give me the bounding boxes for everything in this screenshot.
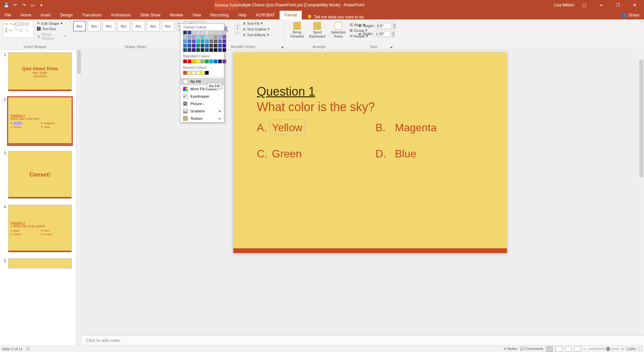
tab-animations[interactable]: Animations — [106, 11, 135, 19]
color-swatch[interactable] — [187, 35, 191, 39]
color-swatch[interactable] — [187, 59, 191, 63]
color-swatch[interactable] — [205, 44, 209, 48]
width-spinner[interactable]: ▲▼ — [392, 31, 395, 37]
color-swatch[interactable] — [205, 71, 209, 75]
text-outline-button[interactable]: AText Outline▾ — [242, 27, 271, 32]
tab-transitions[interactable]: Transitions — [77, 11, 106, 19]
gradient-fill-item[interactable]: Gradient▶ — [180, 107, 224, 115]
color-swatch[interactable] — [200, 44, 204, 48]
option-a-text[interactable]: Yellow — [272, 121, 302, 134]
color-swatch[interactable] — [205, 59, 209, 63]
color-swatch[interactable] — [196, 71, 200, 75]
tab-design[interactable]: Design — [55, 11, 77, 19]
minimize-button[interactable]: ━ — [594, 0, 608, 10]
tab-view[interactable]: View — [188, 11, 206, 19]
color-swatch[interactable] — [218, 35, 222, 39]
notes-pane[interactable]: Click to add notes — [82, 335, 644, 345]
shape-style-2[interactable]: Abc — [88, 21, 101, 32]
color-swatch[interactable] — [192, 44, 196, 48]
maximize-button[interactable]: ❐ — [611, 0, 625, 10]
color-swatch[interactable] — [222, 59, 226, 63]
color-swatch[interactable] — [187, 44, 191, 48]
option-a-letter[interactable]: A. — [257, 121, 267, 134]
selection-pane-button[interactable]: Selection Pane — [328, 21, 349, 40]
picture-fill-item[interactable]: 🖼Picture... — [180, 100, 224, 107]
color-swatch[interactable] — [209, 35, 213, 39]
color-swatch[interactable] — [200, 35, 204, 39]
send-backward-button[interactable]: Send Backward — [306, 21, 328, 40]
color-swatch[interactable] — [196, 39, 200, 43]
thumbnail-slide-2[interactable]: Question 1 What color is the sky? A. B. … — [8, 97, 72, 145]
tab-file[interactable]: File — [0, 11, 16, 19]
slide-sorter-view-button[interactable] — [555, 346, 562, 352]
color-swatch[interactable] — [222, 39, 226, 43]
color-swatch[interactable] — [200, 31, 204, 35]
close-button[interactable]: ✕ — [628, 0, 641, 10]
share-button[interactable]: 👥 Share — [617, 11, 644, 19]
option-b-text[interactable]: Magenta — [395, 121, 437, 134]
tab-home[interactable]: Home — [16, 11, 36, 19]
thumbnail-slide-1[interactable]: Quiz About Trivia Mrs. Smith 1/31/2019 — [8, 52, 72, 91]
tab-insert[interactable]: Insert — [36, 11, 55, 19]
color-swatch[interactable] — [218, 59, 222, 63]
tab-recording[interactable]: Recording — [206, 11, 234, 19]
shape-style-gallery[interactable]: Abc Abc Abc Abc Abc Abc Abc ▲▼▾ — [73, 21, 182, 32]
color-swatch[interactable] — [192, 31, 196, 35]
zoom-out-button[interactable]: − — [584, 347, 586, 351]
color-swatch[interactable] — [192, 71, 196, 75]
slide-question-number[interactable]: Question 1 — [257, 85, 315, 99]
color-swatch[interactable] — [209, 39, 213, 43]
size-launcher[interactable]: ◢ — [389, 45, 393, 49]
color-swatch[interactable] — [183, 48, 187, 52]
color-swatch[interactable] — [200, 39, 204, 43]
color-swatch[interactable] — [209, 48, 213, 52]
accessibility-icon[interactable]: ☷ — [26, 347, 30, 351]
color-swatch[interactable] — [192, 48, 196, 52]
slide-editor[interactable]: Question 1 What color is the sky? A. Yel… — [82, 50, 644, 345]
wordart-launcher[interactable]: ◢ — [280, 45, 284, 49]
color-swatch[interactable] — [187, 31, 191, 35]
option-b-letter[interactable]: B. — [375, 121, 386, 134]
color-swatch[interactable] — [214, 44, 218, 48]
color-swatch[interactable] — [196, 44, 200, 48]
tab-acrobat[interactable]: ACROBAT — [251, 11, 280, 19]
thumbnail-slide-5[interactable] — [8, 258, 72, 268]
zoom-in-button[interactable]: + — [621, 347, 623, 351]
color-swatch[interactable] — [218, 44, 222, 48]
thumbnail-scrollbar[interactable] — [76, 50, 81, 345]
color-swatch[interactable] — [218, 48, 222, 52]
option-d-text[interactable]: Blue — [395, 148, 416, 160]
color-swatch[interactable] — [205, 31, 209, 35]
color-swatch[interactable] — [183, 39, 187, 43]
color-swatch[interactable] — [183, 71, 187, 75]
color-swatch[interactable] — [200, 48, 204, 52]
tab-slideshow[interactable]: Slide Show — [135, 11, 165, 19]
shape-style-7[interactable]: Abc — [162, 21, 174, 32]
color-swatch[interactable] — [222, 35, 226, 39]
color-swatch[interactable] — [187, 48, 191, 52]
normal-view-button[interactable] — [546, 346, 553, 352]
text-fill-button[interactable]: AText Fill▾ — [242, 21, 271, 26]
color-swatch[interactable] — [209, 44, 213, 48]
height-input[interactable] — [376, 23, 392, 29]
slide-question-text[interactable]: What color is the sky? — [257, 100, 375, 114]
color-swatch[interactable] — [196, 35, 200, 39]
recent-colors-row[interactable] — [180, 70, 224, 76]
color-swatch[interactable] — [183, 59, 187, 63]
color-swatch[interactable] — [222, 48, 226, 52]
collapse-ribbon-icon[interactable]: ⌃ — [640, 21, 643, 24]
width-input[interactable] — [374, 31, 391, 37]
color-swatch[interactable] — [200, 71, 204, 75]
color-swatch[interactable] — [214, 48, 218, 52]
eyedropper-item[interactable]: ✐Eyedropper — [180, 93, 224, 100]
height-spinner[interactable]: ▲▼ — [393, 23, 396, 29]
shape-style-5[interactable]: Abc — [132, 21, 145, 32]
color-swatch[interactable] — [183, 44, 187, 48]
shape-style-6[interactable]: Abc — [147, 21, 160, 32]
notes-toggle[interactable]: ≐ Notes — [504, 347, 517, 351]
color-swatch[interactable] — [187, 39, 191, 43]
editor-scrollbar[interactable] — [639, 50, 644, 345]
fit-to-window-button[interactable]: ⛶ — [638, 347, 642, 351]
shapes-gallery[interactable]: { } ☆ — [3, 21, 34, 38]
thumbnail-slide-3[interactable]: Correct! — [8, 151, 72, 199]
